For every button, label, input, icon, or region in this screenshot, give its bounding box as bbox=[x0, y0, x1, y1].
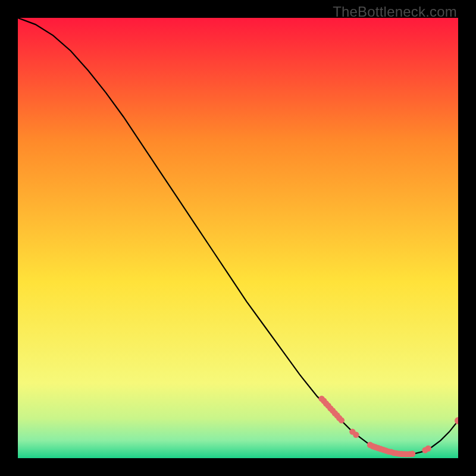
data-markers bbox=[318, 396, 458, 458]
marker-cluster-D bbox=[425, 446, 431, 452]
plot-area bbox=[18, 18, 458, 458]
marker-cluster-C bbox=[409, 451, 415, 457]
marker-end-point bbox=[455, 417, 458, 424]
marker-cluster-A bbox=[339, 417, 345, 423]
marker-cluster-B bbox=[353, 432, 359, 438]
bottleneck-curve bbox=[18, 18, 458, 454]
curve-layer bbox=[18, 18, 458, 458]
chart-stage: TheBottleneck.com bbox=[0, 0, 476, 476]
